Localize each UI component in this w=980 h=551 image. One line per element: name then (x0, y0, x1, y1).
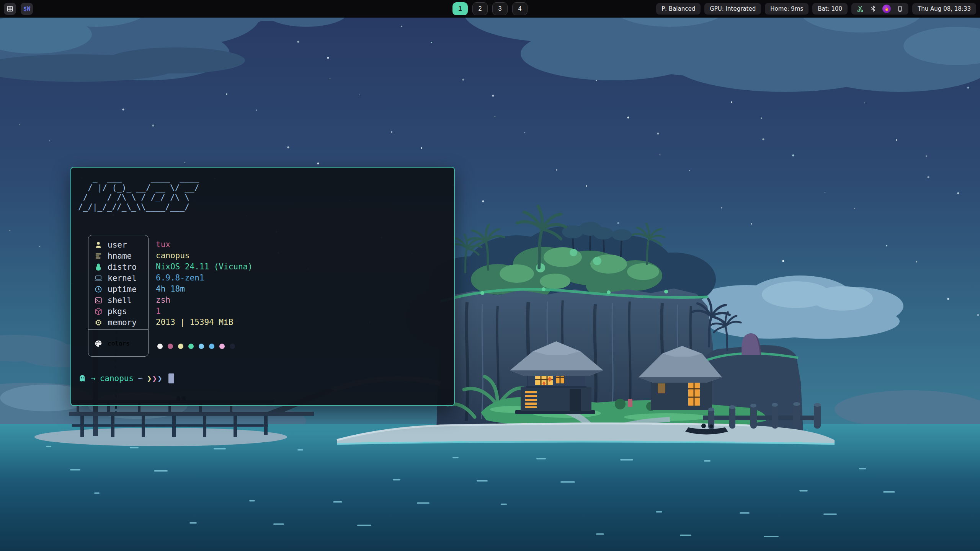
package-icon (94, 307, 103, 316)
prompt-chevron: ❯ (147, 374, 152, 383)
palette-dot (209, 344, 214, 349)
palette-dot (219, 344, 225, 349)
info-value-hname: canopus (156, 250, 253, 261)
chip-icon (94, 318, 103, 327)
scissors-icon[interactable] (856, 5, 864, 13)
info-value-memory: 2013 | 15394 MiB (156, 316, 253, 328)
prompt-chevron: ❯ (152, 374, 157, 383)
shell-icon (94, 296, 103, 305)
palette-dot (168, 344, 173, 349)
palette-dot (188, 344, 194, 349)
colors-row: colors (88, 330, 148, 357)
colors-label: colors (108, 340, 130, 347)
phone-icon[interactable] (897, 5, 903, 13)
workspace-4[interactable]: 4 (512, 2, 528, 15)
palette-dot (199, 344, 204, 349)
palette-icon (94, 339, 103, 348)
top-bar: $W 1234 P: Balanced GPU: Integrated Home… (0, 0, 980, 18)
latency-label: Home: 9ms (770, 5, 803, 12)
fetch-value-rows: tuxcanopusNixOS 24.11 (Vicuna)6.9.8-zen1… (156, 239, 253, 328)
shell-prompt[interactable]: → canopus ~ ❯❯❯ (78, 373, 174, 383)
palette-dot (230, 344, 235, 349)
ghost-icon (78, 374, 87, 383)
palette-dot (157, 344, 163, 349)
info-label-user: user (88, 239, 148, 250)
info-label-memory: memory (88, 317, 148, 328)
logo-button[interactable]: $W (21, 3, 33, 15)
prompt-arrow: → (91, 374, 96, 383)
system-tray (851, 3, 908, 15)
bar-left: $W (4, 3, 33, 15)
info-value-pkgs: 1 (156, 305, 253, 316)
workspace-3[interactable]: 3 (492, 2, 508, 15)
prompt-path: ~ (138, 374, 143, 383)
prompt-host: canopus (100, 374, 134, 383)
logo-text: $W (23, 5, 30, 12)
workspace-1[interactable]: 1 (452, 2, 468, 15)
ascii-logo: _ ___ ____ ____ / |/ (_)_ __/ __ \/ __/ … (78, 174, 199, 212)
info-value-distro: NixOS 24.11 (Vicuna) (156, 261, 253, 272)
info-value-user: tux (156, 239, 253, 250)
info-label-hname: hname (88, 250, 148, 261)
terminal-window[interactable]: _ ___ ____ ____ / |/ (_)_ __/ __ \/ __/ … (70, 167, 455, 406)
laptop-icon (94, 274, 103, 282)
info-label-shell: shell (88, 295, 148, 306)
clock-icon (94, 285, 103, 293)
hostname-icon (94, 252, 103, 260)
bar-right: P: Balanced GPU: Integrated Home: 9ms Ba… (656, 3, 976, 15)
clock-label: Thu Aug 08, 18:33 (918, 5, 971, 12)
info-label-kernel: kernel (88, 272, 148, 284)
prompt-chevron: ❯ (157, 374, 163, 383)
info-label-uptime: uptime (88, 284, 148, 295)
flame-icon[interactable] (882, 5, 891, 13)
app-launcher-button[interactable] (4, 3, 16, 15)
info-value-uptime: 4h 18m (156, 283, 253, 294)
clock-pill[interactable]: Thu Aug 08, 18:33 (912, 3, 976, 15)
workspace-2[interactable]: 2 (472, 2, 488, 15)
desktop: { "colors": { "accent_teal": "#56d6ac", … (0, 0, 980, 551)
palette-dots (157, 341, 235, 352)
power-profile-label: P: Balanced (662, 5, 695, 12)
workspace-switcher: 1234 (452, 2, 528, 15)
latency-pill[interactable]: Home: 9ms (765, 3, 808, 15)
fetch-label-rows: userhnamedistrokerneluptimeshellpkgsmemo… (88, 239, 148, 328)
power-profile-pill[interactable]: P: Balanced (656, 3, 701, 15)
info-value-shell: zsh (156, 294, 253, 305)
gpu-label: GPU: Integrated (710, 5, 756, 12)
bluetooth-icon[interactable] (870, 5, 877, 13)
battery-label: Bat: 100 (818, 5, 842, 12)
fetch-labels-box: userhnamedistrokerneluptimeshellpkgsmemo… (88, 235, 149, 357)
user-icon (94, 241, 103, 249)
cursor-block (168, 373, 174, 383)
gpu-pill[interactable]: GPU: Integrated (704, 3, 761, 15)
prompt-chevrons: ❯❯❯ (147, 374, 163, 383)
info-label-distro: distro (88, 261, 148, 272)
penguin-icon (94, 263, 103, 271)
battery-pill[interactable]: Bat: 100 (812, 3, 848, 15)
info-label-pkgs: pkgs (88, 306, 148, 317)
info-value-kernel: 6.9.8-zen1 (156, 272, 253, 283)
app-grid-icon (6, 5, 14, 13)
palette-dot (178, 344, 183, 349)
